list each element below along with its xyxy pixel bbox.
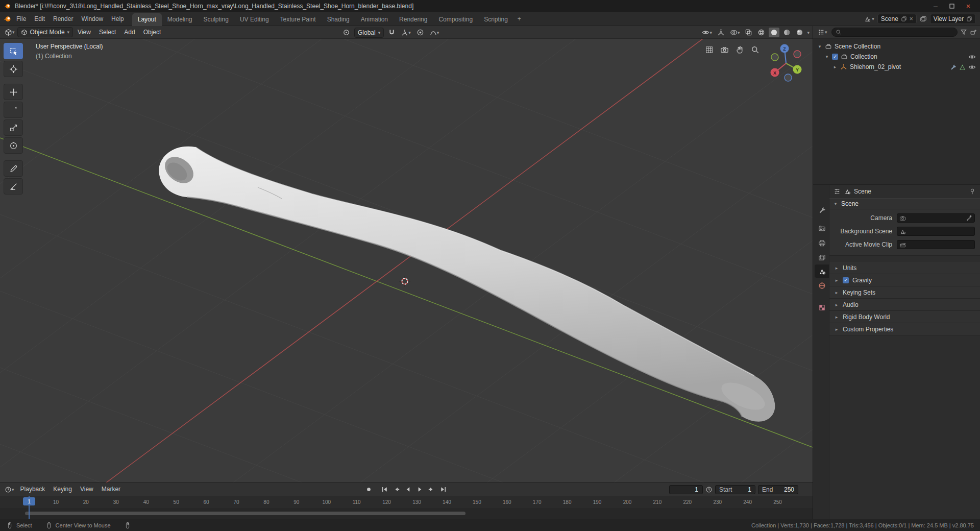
tab-world-properties[interactable] [815,279,829,292]
scene-panel-header[interactable]: ▾ Scene [829,198,980,209]
filter-funnel-icon[interactable] [960,29,967,36]
gizmo-neg-y[interactable] [771,54,778,61]
expand-icon[interactable]: ▾ [824,54,829,59]
expand-icon[interactable]: ▾ [817,44,822,49]
auto-keying-button[interactable] [363,485,374,494]
properties-editor-icon[interactable] [834,188,841,195]
transform-tool[interactable] [4,137,23,154]
zoom-icon[interactable] [751,45,760,54]
hide-eye-icon[interactable] [968,63,976,71]
end-frame-field[interactable]: End 250 [758,485,798,494]
collection-checkbox[interactable]: ✓ [832,54,838,60]
view-layer-icon-button[interactable] [920,15,927,22]
section-custom-properties[interactable]: ▸ Custom Properties [829,323,980,335]
outliner-row-scene-collection[interactable]: ▾ Scene Collection [813,41,980,52]
select-box-tool[interactable] [4,43,23,59]
outliner-row-object[interactable]: ▸ Shiehorn_02_pivot [813,62,980,72]
active-movie-clip-field[interactable] [897,240,975,249]
close-button[interactable]: × [960,0,976,12]
menu-render[interactable]: Render [49,12,77,26]
play-button[interactable] [414,485,425,494]
annotate-tool[interactable] [4,160,23,177]
menu-select[interactable]: Select [95,26,119,39]
current-frame-badge[interactable]: 1 [23,497,35,505]
show-gizmo-button[interactable] [716,28,726,37]
rotate-tool[interactable] [4,102,23,118]
section-keying-sets[interactable]: ▸ Keying Sets [829,286,980,299]
cursor-tool[interactable] [4,61,23,77]
preview-range-clock-icon[interactable] [705,486,713,493]
tab-scripting[interactable]: Scripting [478,13,513,26]
proportional-editing-button[interactable] [415,28,426,37]
viewport-canvas[interactable] [0,39,813,482]
mode-dropdown[interactable]: Object Mode ▾ [17,27,74,37]
next-keyframe-button[interactable] [426,485,436,494]
new-collection-icon[interactable] [970,29,977,36]
section-audio[interactable]: ▸ Audio [829,299,980,311]
view-layer-selector[interactable]: View Layer [930,14,976,24]
measure-tool[interactable] [4,178,23,195]
menu-help[interactable]: Help [107,12,128,26]
unlink-scene-icon[interactable]: × [910,15,913,22]
shading-rendered-button[interactable] [794,28,805,37]
tab-rendering[interactable]: Rendering [394,13,433,26]
jump-to-end-button[interactable] [438,485,448,494]
blender-app-menu-icon[interactable] [3,15,11,23]
maximize-button[interactable] [944,0,960,12]
tab-animation[interactable]: Animation [355,13,394,26]
section-units[interactable]: ▸ Units [829,262,980,274]
gravity-checkbox[interactable]: ✓ [843,277,849,283]
play-reverse-button[interactable] [403,485,413,494]
editor-type-button[interactable]: ▾ [3,28,16,37]
prev-keyframe-button[interactable] [391,485,401,494]
jump-to-start-button[interactable] [379,485,389,494]
section-gravity[interactable]: ▸ ✓ Gravity [829,274,980,286]
menu-edit[interactable]: Edit [30,12,49,26]
menu-add[interactable]: Add [120,26,138,39]
outliner-search-input[interactable] [831,28,958,37]
tab-texture-properties[interactable] [815,301,829,314]
menu-playback[interactable]: Playback [17,483,49,496]
minimize-button[interactable]: – [927,0,944,12]
menu-file[interactable]: File [12,12,30,26]
add-workspace-button[interactable]: + [513,12,525,26]
outliner-row-collection[interactable]: ▾ ✓ Collection [813,52,980,62]
orientation-dropdown[interactable]: Global ▾ [354,28,384,38]
browse-scene-button[interactable]: ▾ [864,15,874,22]
menu-view-timeline[interactable]: View [77,483,97,496]
pin-icon[interactable] [969,188,976,195]
section-rigid-body-world[interactable]: ▸ Rigid Body World [829,311,980,323]
tab-sculpting[interactable]: Sculpting [198,13,234,26]
menu-object[interactable]: Object [140,26,165,39]
scene-selector[interactable]: Scene × [877,14,917,24]
toggle-xray-button[interactable] [743,28,754,37]
menu-view[interactable]: View [74,26,94,39]
tab-modeling[interactable]: Modeling [162,13,198,26]
new-scene-icon[interactable] [901,16,907,22]
tab-uv-editing[interactable]: UV Editing [234,13,275,26]
toggle-ortho-icon[interactable] [705,45,714,54]
tab-compositing[interactable]: Compositing [433,13,478,26]
tab-shading[interactable]: Shading [322,13,355,26]
falloff-dropdown-button[interactable]: ▾ [428,28,441,37]
tab-texture-paint[interactable]: Texture Paint [275,13,322,26]
shading-material-button[interactable] [781,28,792,37]
show-overlays-button[interactable]: ▾ [728,28,742,37]
menu-window[interactable]: Window [77,12,107,26]
camera-view-icon[interactable] [720,45,729,54]
start-frame-field[interactable]: Start 1 [715,485,755,494]
outliner-editor-type-button[interactable]: ▾ [816,28,829,37]
collapse-icon[interactable]: ▸ [832,64,838,69]
eyedropper-icon[interactable] [966,215,972,222]
hide-eye-icon[interactable] [968,53,976,61]
pan-hand-icon[interactable] [736,45,744,54]
viewport-3d[interactable]: User Perspective (Local) (1) Collection … [0,39,813,482]
shading-wireframe-button[interactable] [756,28,767,37]
current-frame-field[interactable]: 1 [669,485,703,494]
tab-render-properties[interactable] [815,222,829,235]
snap-settings-button[interactable]: ▾ [400,28,412,37]
object-visibility-button[interactable]: ▾ [700,28,714,37]
gizmo-neg-z[interactable] [785,74,792,81]
gizmo-neg-x[interactable] [794,51,801,58]
pivot-point-button[interactable] [341,28,352,37]
